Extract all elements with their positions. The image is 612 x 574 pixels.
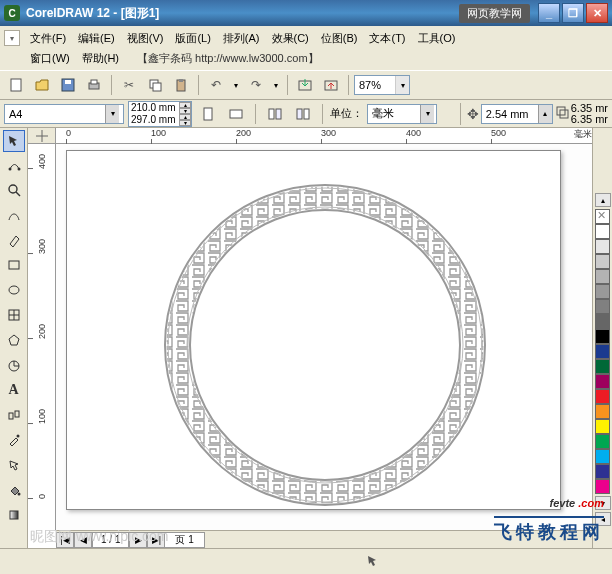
page-layouts-a-button[interactable] [263, 103, 287, 125]
no-color-swatch[interactable] [595, 209, 610, 224]
page-layouts-b-button[interactable] [291, 103, 315, 125]
svg-point-20 [17, 168, 20, 171]
color-swatch[interactable] [595, 404, 610, 419]
menu-text[interactable]: 文本(T) [363, 29, 411, 48]
color-swatch[interactable] [595, 269, 610, 284]
svg-rect-12 [230, 110, 242, 118]
import-button[interactable] [293, 74, 317, 96]
freehand-tool[interactable] [2, 203, 26, 227]
title-bar: C CorelDRAW 12 - [图形1] 网页教学网 _ ❐ ✕ [0, 0, 612, 26]
ruler-v-tick: 200 [28, 324, 56, 339]
unit-label: 单位： [330, 106, 363, 121]
pick-tool[interactable] [3, 130, 25, 152]
color-swatch[interactable] [595, 389, 610, 404]
ruler-origin[interactable] [28, 128, 56, 144]
basic-shapes-tool[interactable] [2, 353, 26, 377]
ellipse-tool[interactable] [2, 278, 26, 302]
page-counter: 1 / 1 [92, 532, 129, 548]
polygon-tool[interactable] [2, 328, 26, 352]
menu-edit[interactable]: 编辑(E) [72, 29, 121, 48]
circular-border-artwork[interactable] [160, 180, 490, 510]
cut-button[interactable]: ✂ [117, 74, 141, 96]
color-swatch[interactable] [595, 329, 610, 344]
menu-window[interactable]: 窗口(W) [24, 49, 76, 68]
redo-dropdown[interactable]: ▾ [270, 74, 282, 96]
palette-up-button[interactable]: ▴ [595, 193, 611, 207]
svg-rect-30 [15, 411, 19, 417]
zoom-dropdown-icon[interactable]: ▾ [395, 76, 409, 94]
color-swatch[interactable] [595, 464, 610, 479]
color-swatch[interactable] [595, 284, 610, 299]
zoom-input[interactable] [355, 76, 395, 94]
page-prev-button[interactable]: ◀ [74, 532, 92, 548]
color-swatch[interactable] [595, 449, 610, 464]
ruler-vertical[interactable]: 400 300 200 100 0 [28, 144, 56, 530]
unit-combo[interactable]: 毫米 ▾ [367, 104, 437, 124]
paste-button[interactable] [169, 74, 193, 96]
smart-draw-tool[interactable] [2, 228, 26, 252]
copy-button[interactable] [143, 74, 167, 96]
color-swatch[interactable] [595, 224, 610, 239]
svg-point-21 [9, 185, 17, 193]
rectangle-tool[interactable] [2, 253, 26, 277]
new-button[interactable] [4, 74, 28, 96]
open-button[interactable] [30, 74, 54, 96]
zoom-tool[interactable] [2, 178, 26, 202]
color-swatch[interactable] [595, 419, 610, 434]
redo-button[interactable]: ↷ [244, 74, 268, 96]
shape-tool[interactable] [2, 153, 26, 177]
interactive-fill-tool[interactable] [2, 503, 26, 527]
ruler-v-tick: 300 [28, 239, 56, 254]
menu-view[interactable]: 视图(V) [121, 29, 170, 48]
undo-dropdown[interactable]: ▾ [230, 74, 242, 96]
menu-file[interactable]: 文件(F) [24, 29, 72, 48]
color-swatch[interactable] [595, 314, 610, 329]
minimize-button[interactable]: _ [538, 3, 560, 23]
portrait-button[interactable] [196, 103, 220, 125]
menu-layout[interactable]: 版面(L) [169, 29, 216, 48]
landscape-button[interactable] [224, 103, 248, 125]
page-tab[interactable]: 页 1 [164, 532, 204, 548]
dup-x-value: 6.35 mr [571, 103, 608, 114]
maximize-button[interactable]: ❐ [562, 3, 584, 23]
color-swatch[interactable] [595, 299, 610, 314]
paper-size-combo[interactable]: A4 ▾ [4, 104, 124, 124]
menu-effects[interactable]: 效果(C) [266, 29, 315, 48]
menu-bitmaps[interactable]: 位图(B) [315, 29, 364, 48]
zoom-combo[interactable]: ▾ [354, 75, 410, 95]
menu-arrange[interactable]: 排列(A) [217, 29, 266, 48]
undo-button[interactable]: ↶ [204, 74, 228, 96]
menu-dropdown-icon[interactable]: ▾ [4, 30, 20, 46]
nudge-spinner[interactable]: 2.54 mm ▴ [481, 104, 553, 124]
color-swatch[interactable] [595, 359, 610, 374]
interactive-blend-tool[interactable] [2, 403, 26, 427]
fill-tool[interactable] [2, 478, 26, 502]
page-next-button[interactable]: ▶ [129, 532, 147, 548]
color-swatch[interactable] [595, 434, 610, 449]
eyedropper-tool[interactable] [2, 428, 26, 452]
brand-cn: 飞特教程网 [494, 516, 604, 544]
paper-dropdown-icon[interactable]: ▾ [105, 105, 119, 123]
color-swatch[interactable] [595, 239, 610, 254]
unit-dropdown-icon[interactable]: ▾ [420, 105, 434, 123]
page-first-button[interactable]: |◀ [56, 532, 74, 548]
nudge-spinner-arrows[interactable]: ▴ [538, 105, 552, 123]
save-button[interactable] [56, 74, 80, 96]
color-swatch[interactable] [595, 254, 610, 269]
svg-rect-4 [91, 80, 97, 84]
menu-help[interactable]: 帮助(H) [76, 49, 125, 68]
page-dimensions[interactable]: 210.0 mm▴▾ 297.0 mm▴▾ [128, 101, 192, 127]
page-last-button[interactable]: ▶| [147, 532, 165, 548]
graph-paper-tool[interactable] [2, 303, 26, 327]
color-swatch[interactable] [595, 344, 610, 359]
print-button[interactable] [82, 74, 106, 96]
color-swatch[interactable] [595, 374, 610, 389]
export-button[interactable] [319, 74, 343, 96]
menu-tools[interactable]: 工具(O) [412, 29, 462, 48]
app-icon: C [4, 5, 20, 21]
text-tool[interactable]: A [2, 378, 26, 402]
ruler-horizontal[interactable]: 0 100 200 300 400 500 毫米 [56, 128, 594, 144]
close-button[interactable]: ✕ [586, 3, 608, 23]
canvas[interactable] [56, 144, 594, 530]
outline-tool[interactable] [2, 453, 26, 477]
